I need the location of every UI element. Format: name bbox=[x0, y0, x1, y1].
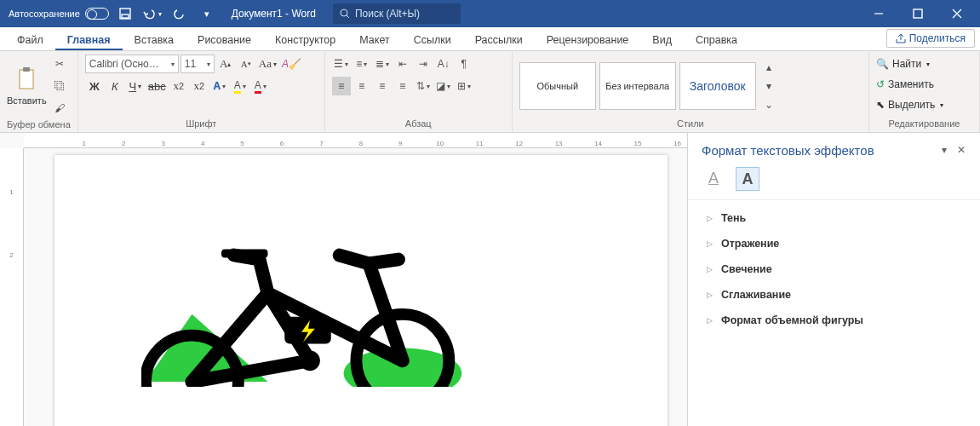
cut-icon[interactable]: ✂ bbox=[50, 55, 69, 73]
group-editing: 🔍Найти▾ ↺Заменить ⬉Выделить▾ Редактирова… bbox=[869, 51, 980, 132]
styles-expand-icon[interactable]: ⌄ bbox=[759, 95, 778, 114]
strike-button[interactable]: abc bbox=[146, 77, 168, 95]
tab-layout[interactable]: Макет bbox=[347, 29, 401, 50]
tab-insert[interactable]: Вставка bbox=[123, 29, 186, 50]
share-icon bbox=[896, 33, 906, 43]
group-label-editing: Редактирование bbox=[876, 117, 972, 130]
title-bar: Автосохранение ▾ ▾ Документ1 - Word Поис… bbox=[0, 0, 980, 27]
font-color-icon[interactable]: A▾ bbox=[251, 77, 270, 95]
subscript-button[interactable]: x2 bbox=[169, 77, 188, 95]
horizontal-ruler[interactable]: 12345678910111213141516 bbox=[24, 133, 687, 148]
qat-customize-icon[interactable]: ▾ bbox=[196, 3, 218, 25]
svg-point-16 bbox=[300, 350, 320, 371]
numbering-icon[interactable]: ≡▾ bbox=[352, 55, 371, 73]
clear-format-icon[interactable]: A🧹 bbox=[280, 55, 303, 73]
shading-icon[interactable]: ◪▾ bbox=[434, 77, 453, 95]
tab-references[interactable]: Ссылки bbox=[402, 29, 463, 50]
svg-point-2 bbox=[341, 9, 347, 16]
decrease-indent-icon[interactable]: ⇤ bbox=[393, 55, 412, 73]
sort-icon[interactable]: A↓ bbox=[434, 55, 453, 73]
line-spacing-icon[interactable]: ⇅▾ bbox=[414, 77, 433, 95]
chevron-down-icon: ▾ bbox=[158, 10, 162, 18]
editor-pane[interactable]: 12345678910111213141516 12 bbox=[0, 133, 687, 426]
vertical-ruler[interactable]: 12 bbox=[0, 148, 24, 426]
align-left-icon[interactable]: ≡ bbox=[332, 77, 351, 95]
pane-item-3dformat[interactable]: Формат объемной фигуры bbox=[688, 308, 980, 333]
text-effects-icon[interactable]: A▾ bbox=[210, 77, 229, 95]
show-marks-icon[interactable]: ¶ bbox=[455, 55, 473, 73]
tab-review[interactable]: Рецензирование bbox=[535, 29, 641, 50]
group-label-paragraph: Абзац bbox=[332, 117, 505, 130]
pane-item-soft[interactable]: Сглаживание bbox=[688, 282, 980, 308]
change-case-icon[interactable]: Aa▾ bbox=[257, 55, 278, 73]
redo-icon[interactable] bbox=[169, 3, 191, 25]
text-fill-tab-icon[interactable]: A bbox=[702, 167, 725, 191]
copy-icon[interactable]: ⿻ bbox=[50, 77, 69, 95]
find-icon: 🔍 bbox=[876, 58, 889, 70]
font-size-select[interactable]: 11▾ bbox=[181, 55, 215, 73]
tab-view[interactable]: Вид bbox=[640, 29, 684, 50]
multilevel-icon[interactable]: ≣▾ bbox=[373, 55, 392, 73]
paste-label[interactable]: Вставить bbox=[7, 95, 47, 106]
autosave-toggle[interactable]: Автосохранение bbox=[9, 8, 109, 20]
group-font: Calibri (Осно…▾ 11▾ A▴ A▾ Aa▾ A🧹 Ж К Ч▾ … bbox=[78, 51, 325, 132]
format-pane: Формат текстовых эффектов ▾ ✕ A A Тень О… bbox=[687, 133, 980, 426]
borders-icon[interactable]: ⊞▾ bbox=[455, 77, 473, 95]
font-family-select[interactable]: Calibri (Осно…▾ bbox=[85, 55, 179, 73]
pane-options-icon[interactable]: ▾ bbox=[936, 141, 953, 158]
close-button[interactable] bbox=[937, 0, 977, 27]
shrink-font-icon[interactable]: A▾ bbox=[237, 55, 255, 73]
group-styles: Обычный Без интервала Заголовок ▴ ▾ ⌄ Ст… bbox=[513, 51, 869, 132]
pane-item-reflection[interactable]: Отражение bbox=[688, 231, 980, 256]
underline-button[interactable]: Ч▾ bbox=[126, 77, 145, 95]
autosave-label: Автосохранение bbox=[9, 9, 80, 19]
select-button[interactable]: ⬉Выделить▾ bbox=[876, 95, 943, 114]
italic-button[interactable]: К bbox=[106, 77, 124, 95]
find-button[interactable]: 🔍Найти▾ bbox=[876, 55, 930, 73]
paste-icon[interactable] bbox=[14, 66, 38, 92]
pane-close-icon[interactable]: ✕ bbox=[953, 141, 970, 158]
search-box[interactable]: Поиск (Alt+Ы) bbox=[333, 3, 461, 24]
tab-home[interactable]: Главная bbox=[55, 29, 123, 50]
tab-file[interactable]: Файл bbox=[5, 29, 55, 50]
page[interactable] bbox=[54, 155, 668, 426]
undo-icon[interactable]: ▾ bbox=[141, 3, 163, 25]
svg-rect-15 bbox=[221, 250, 267, 258]
format-painter-icon[interactable]: 🖌 bbox=[50, 99, 69, 118]
pane-item-glow[interactable]: Свечение bbox=[688, 256, 980, 282]
grow-font-icon[interactable]: A▴ bbox=[216, 55, 235, 73]
text-effects-tab-icon[interactable]: A bbox=[736, 167, 759, 191]
increase-indent-icon[interactable]: ⇥ bbox=[414, 55, 433, 73]
tab-help[interactable]: Справка bbox=[684, 29, 749, 50]
replace-button[interactable]: ↺Заменить bbox=[876, 75, 934, 94]
document-area: 12345678910111213141516 12 Формат тексто… bbox=[0, 133, 980, 426]
styles-scroll-down-icon[interactable]: ▾ bbox=[759, 77, 778, 95]
ribbon: Вставить ✂ ⿻ 🖌 Буфер обмена Calibri (Осн… bbox=[0, 51, 980, 133]
minimize-button[interactable] bbox=[859, 0, 898, 27]
styles-scroll-up-icon[interactable]: ▴ bbox=[759, 58, 778, 77]
svg-line-3 bbox=[347, 15, 349, 18]
superscript-button[interactable]: x2 bbox=[190, 77, 209, 95]
justify-icon[interactable]: ≡ bbox=[393, 77, 412, 95]
save-icon[interactable] bbox=[114, 3, 136, 25]
maximize-button[interactable] bbox=[898, 0, 937, 27]
style-heading1[interactable]: Заголовок bbox=[679, 62, 756, 110]
pane-title: Формат текстовых эффектов bbox=[702, 143, 936, 158]
pane-item-shadow[interactable]: Тень bbox=[688, 205, 980, 231]
tab-design[interactable]: Конструктор bbox=[263, 29, 347, 50]
style-nospacing[interactable]: Без интервала bbox=[599, 62, 676, 110]
bullets-icon[interactable]: ☰▾ bbox=[332, 55, 351, 73]
document-title: Документ1 - Word bbox=[232, 8, 316, 20]
tab-mailings[interactable]: Рассылки bbox=[463, 29, 535, 50]
align-right-icon[interactable]: ≡ bbox=[373, 77, 392, 95]
tab-draw[interactable]: Рисование bbox=[186, 29, 263, 50]
highlight-icon[interactable]: A▾ bbox=[231, 77, 249, 95]
select-icon: ⬉ bbox=[876, 99, 885, 111]
ebike-image bbox=[141, 216, 479, 387]
share-button[interactable]: Поделиться bbox=[886, 29, 975, 48]
group-label-font: Шрифт bbox=[85, 117, 318, 130]
align-center-icon[interactable]: ≡ bbox=[352, 77, 371, 95]
svg-rect-5 bbox=[914, 9, 922, 18]
bold-button[interactable]: Ж bbox=[85, 77, 104, 95]
style-normal[interactable]: Обычный bbox=[519, 62, 596, 110]
